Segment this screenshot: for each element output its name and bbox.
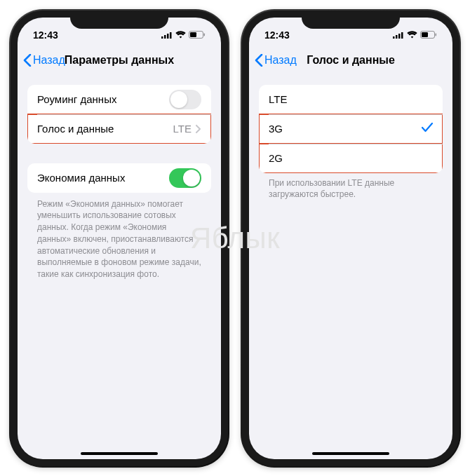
home-indicator[interactable]: [312, 452, 389, 455]
svg-rect-13: [436, 34, 437, 36]
content: Роуминг данных Голос и данные LTE Эконом…: [18, 75, 221, 459]
battery-icon: [420, 31, 437, 39]
battery-icon: [189, 31, 206, 39]
settings-group-1: Роуминг данных Голос и данные LTE: [27, 85, 211, 144]
checkmark-icon: [422, 123, 433, 135]
row-voice-and-data[interactable]: Голос и данные LTE: [27, 114, 211, 144]
row-option-2g[interactable]: 2G: [259, 144, 443, 173]
svg-rect-10: [401, 32, 403, 39]
row-label: 2G: [269, 152, 283, 164]
notch: [70, 11, 168, 29]
toggle-low-data[interactable]: [169, 168, 201, 188]
home-indicator[interactable]: [81, 452, 158, 455]
screen-left: 12:43 Назад Параметры данных: [18, 18, 221, 459]
back-button[interactable]: Назад: [23, 54, 65, 67]
svg-rect-2: [167, 34, 169, 39]
svg-rect-1: [164, 35, 166, 39]
signal-icon: [161, 32, 173, 39]
row-label: 3G: [269, 123, 283, 135]
svg-rect-12: [422, 32, 428, 37]
wifi-icon: [175, 31, 186, 39]
signal-icon: [393, 32, 404, 39]
row-option-3g[interactable]: 3G: [259, 114, 443, 144]
phone-right: 12:43 Назад Голос и данные: [242, 11, 459, 466]
nav-bar: Назад Параметры данных: [18, 46, 221, 75]
screen-right: 12:43 Назад Голос и данные: [249, 18, 452, 459]
phone-left: 12:43 Назад Параметры данных: [11, 11, 228, 466]
svg-rect-5: [190, 32, 196, 37]
svg-rect-8: [396, 35, 398, 39]
svg-rect-9: [398, 34, 401, 39]
settings-group-2: Экономия данных: [27, 163, 211, 193]
back-label: Назад: [33, 54, 65, 67]
chevron-left-icon: [23, 54, 32, 67]
settings-group-options: LTE 3G 2G: [259, 85, 443, 173]
svg-rect-7: [393, 36, 395, 39]
footer-text: Режим «Экономия данных» помогает уменьши…: [37, 198, 201, 281]
row-label: LTE: [269, 93, 287, 105]
row-label: Роуминг данных: [37, 93, 116, 105]
wifi-icon: [407, 31, 417, 39]
back-button[interactable]: Назад: [255, 54, 297, 67]
row-option-lte[interactable]: LTE: [259, 85, 443, 114]
chevron-left-icon: [255, 54, 263, 67]
row-value: LTE: [173, 123, 192, 135]
nav-bar: Назад Голос и данные: [249, 46, 452, 75]
svg-rect-6: [204, 34, 206, 36]
row-low-data-mode[interactable]: Экономия данных: [27, 163, 211, 193]
row-data-roaming[interactable]: Роуминг данных: [27, 85, 211, 114]
row-label: Голос и данные: [37, 123, 114, 135]
svg-rect-3: [170, 32, 172, 39]
toggle-data-roaming[interactable]: [169, 90, 201, 109]
back-label: Назад: [264, 54, 297, 67]
chevron-right-icon: [196, 125, 201, 133]
status-time: 12:43: [33, 29, 58, 41]
row-label: Экономия данных: [37, 172, 125, 184]
footer-text: При использовании LTE данные загружаются…: [269, 177, 433, 201]
notch: [302, 11, 400, 29]
svg-rect-0: [161, 36, 163, 39]
status-time: 12:43: [264, 29, 290, 41]
content: LTE 3G 2G При использовании LTE данные з…: [249, 75, 452, 459]
